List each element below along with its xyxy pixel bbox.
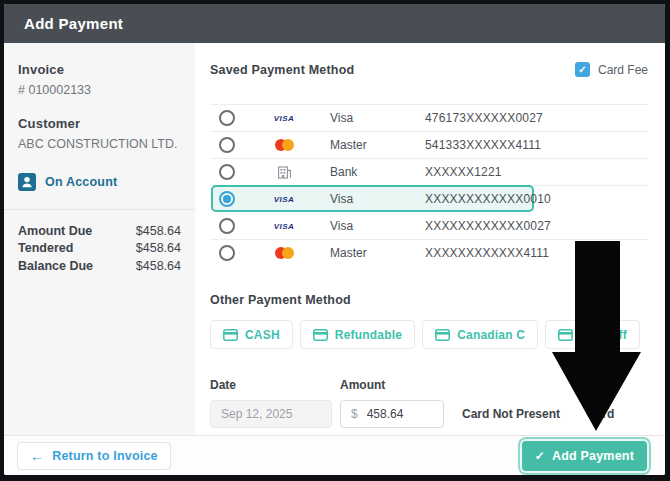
person-badge-icon xyxy=(18,173,36,191)
brand-icon-cell xyxy=(253,247,315,259)
method-number: 476173XXXXXX0027 xyxy=(412,111,648,125)
modal-title: Add Payment xyxy=(24,15,123,32)
add-payment-modal: Add Payment Invoice # 010002133 Customer… xyxy=(4,4,665,475)
bank-icon xyxy=(277,165,292,180)
summary-row: Tendered $458.64 xyxy=(18,240,181,258)
summary-row: Balance Due $458.64 xyxy=(18,257,181,275)
amount-input-wrap[interactable]: $ xyxy=(340,400,444,428)
method-number: XXXXXX1221 xyxy=(412,165,648,179)
brand-icon-cell: VISA xyxy=(253,114,315,123)
brand-icon-cell: VISA xyxy=(253,195,315,204)
other-methods-row: CASH Refundable Canadian C Visa Off xyxy=(210,320,648,349)
method-name: Master xyxy=(315,246,412,260)
add-payment-button[interactable]: ✓ Add Payment xyxy=(522,441,647,471)
other-method-label: Visa Off xyxy=(580,328,627,342)
card-icon xyxy=(435,329,450,341)
method-number: 541333XXXXXX4111 xyxy=(412,138,648,152)
other-method-title: Other Payment Method xyxy=(210,293,648,307)
date-label: Date xyxy=(210,378,332,392)
summary-value: $458.64 xyxy=(136,224,181,238)
saved-method-row[interactable]: Master XXXXXXXXXXXX4111 xyxy=(210,240,648,266)
add-payment-label: Add Payment xyxy=(552,449,634,463)
totals-summary: Amount Due $458.64 Tendered $458.64 Bala… xyxy=(4,210,195,275)
brand-icon-cell: VISA xyxy=(253,222,315,231)
radio-button[interactable] xyxy=(219,191,235,207)
modal-footer: ← Return to Invoice ✓ Add Payment xyxy=(4,435,665,475)
invoice-number: # 010002133 xyxy=(18,83,181,97)
date-input[interactable]: Sep 12, 2025 xyxy=(210,400,332,428)
visa-icon: VISA xyxy=(274,114,294,123)
visa-icon: VISA xyxy=(274,222,294,231)
summary-label: Balance Due xyxy=(18,259,93,273)
summary-value: $458.64 xyxy=(136,241,181,255)
method-name: Visa xyxy=(315,219,412,233)
card-icon xyxy=(313,329,328,341)
other-method-button[interactable]: Canadian C xyxy=(422,320,538,349)
saved-method-row[interactable]: VISA Visa 476173XXXXXX0027 xyxy=(210,105,648,132)
check-icon: ✓ xyxy=(535,450,545,462)
saved-methods-table: VISA Visa 476173XXXXXX0027 Master 541333… xyxy=(210,104,648,266)
customer-label: Customer xyxy=(18,116,181,131)
method-number: XXXXXXXXXXXX0010 xyxy=(412,192,648,206)
other-method-label: Refundable xyxy=(335,328,402,342)
mastercard-icon xyxy=(275,139,294,151)
radio-button[interactable] xyxy=(219,110,235,126)
radio-button[interactable] xyxy=(219,137,235,153)
card-partial-label: Card xyxy=(587,407,614,421)
date-field-group: Date Sep 12, 2025 xyxy=(210,378,332,428)
radio-button[interactable] xyxy=(219,245,235,261)
other-method-button[interactable]: Visa Off xyxy=(545,320,640,349)
method-name: Visa xyxy=(315,192,412,206)
invoice-group: Invoice # 010002133 xyxy=(18,62,181,97)
saved-method-row[interactable]: Bank XXXXXX1221 xyxy=(210,159,648,186)
customer-name: ABC CONSTRUCTION LTD. xyxy=(18,137,181,151)
customer-group: Customer ABC CONSTRUCTION LTD. xyxy=(18,116,181,151)
currency-symbol: $ xyxy=(351,407,358,421)
mastercard-icon xyxy=(275,247,294,259)
summary-label: Tendered xyxy=(18,241,73,255)
card-icon xyxy=(223,329,238,341)
amount-label: Amount xyxy=(340,378,444,392)
brand-icon-cell xyxy=(253,165,315,180)
radio-button[interactable] xyxy=(219,164,235,180)
summary-value: $458.64 xyxy=(136,259,181,273)
on-account-label: On Account xyxy=(45,175,117,189)
back-arrow-icon: ← xyxy=(30,449,44,463)
saved-method-row[interactable]: VISA Visa XXXXXXXXXXXX0010 xyxy=(210,186,648,213)
on-account-button[interactable]: On Account xyxy=(18,173,181,191)
method-name: Visa xyxy=(315,111,412,125)
method-number: XXXXXXXXXXXX0027 xyxy=(412,219,648,233)
visa-icon: VISA xyxy=(274,195,294,204)
summary-row: Amount Due $458.64 xyxy=(18,222,181,240)
amount-field-group: Amount $ xyxy=(340,378,444,428)
card-fee-label: Card Fee xyxy=(598,63,648,77)
modal-header: Add Payment xyxy=(4,4,665,43)
other-method-label: Canadian C xyxy=(457,328,525,342)
other-method-button[interactable]: Refundable xyxy=(300,320,415,349)
method-name: Bank xyxy=(315,165,412,179)
method-name: Master xyxy=(315,138,412,152)
radio-button[interactable] xyxy=(219,218,235,234)
screenshot-frame: Add Payment Invoice # 010002133 Customer… xyxy=(0,0,670,481)
card-not-present-label: Card Not Present xyxy=(462,407,560,421)
card-fee-checkbox[interactable]: ✓ xyxy=(575,62,590,77)
method-number: XXXXXXXXXXXX4111 xyxy=(412,246,648,260)
amount-input[interactable] xyxy=(367,407,427,421)
payment-main-panel: Saved Payment Method ✓ Card Fee VISA Vis… xyxy=(195,43,665,435)
brand-icon-cell xyxy=(253,139,315,151)
saved-method-title: Saved Payment Method xyxy=(210,63,354,77)
other-method-button[interactable]: CASH xyxy=(210,320,293,349)
invoice-sidebar: Invoice # 010002133 Customer ABC CONSTRU… xyxy=(4,43,195,435)
other-method-label: CASH xyxy=(245,328,280,342)
saved-method-row[interactable]: VISA Visa XXXXXXXXXXXX0027 xyxy=(210,213,648,240)
card-fee-checkbox-group[interactable]: ✓ Card Fee xyxy=(575,62,648,77)
card-icon xyxy=(558,329,573,341)
summary-label: Amount Due xyxy=(18,224,92,238)
return-to-invoice-label: Return to Invoice xyxy=(52,449,158,463)
invoice-label: Invoice xyxy=(18,62,181,77)
saved-method-row[interactable]: Master 541333XXXXXX4111 xyxy=(210,132,648,159)
return-to-invoice-button[interactable]: ← Return to Invoice xyxy=(17,442,171,470)
